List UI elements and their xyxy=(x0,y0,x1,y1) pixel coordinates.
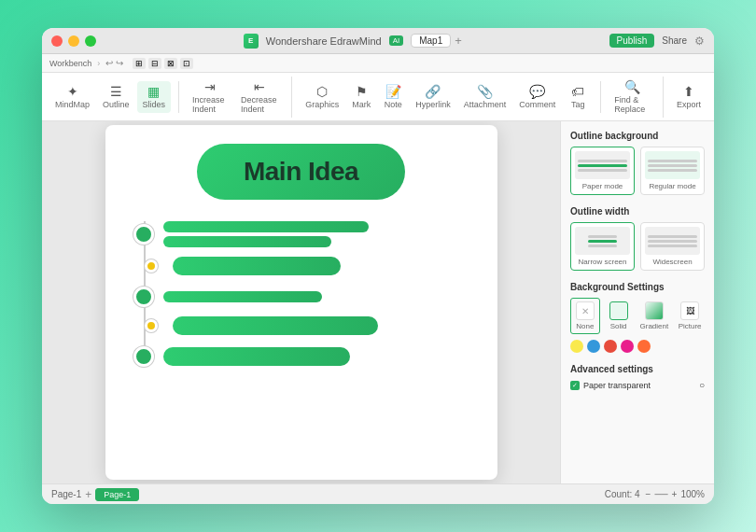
nav-controls: ↩ ↪ xyxy=(105,58,123,68)
format-controls: ⊞ ⊟ ⊠ ⊡ xyxy=(133,58,193,69)
bg-gradient-btn[interactable]: Gradient xyxy=(637,298,672,334)
narrow-screen-card[interactable]: Narrow screen xyxy=(570,222,635,271)
paper-transparent-toggle[interactable]: ○ xyxy=(699,380,705,390)
paper-mode-preview xyxy=(575,151,630,179)
item-1-bars xyxy=(163,221,469,247)
decrease-indent-tool[interactable]: ⇤ Decrease Indent xyxy=(235,77,284,118)
mark-tool[interactable]: ⚑ Mark xyxy=(346,81,376,113)
paper-mode-label: Paper mode xyxy=(575,182,630,190)
outline-background-section: Outline background Paper mode xyxy=(570,131,705,195)
format-btn-3[interactable]: ⊠ xyxy=(164,58,177,69)
undo-button[interactable]: ↩ xyxy=(105,58,113,68)
zoom-controls: − ── + 100% xyxy=(646,489,705,499)
narrow-lines xyxy=(588,229,618,253)
list-item[interactable] xyxy=(133,287,469,307)
outline-dot-4 xyxy=(145,319,158,332)
status-bar: Page-1 + Page-1 Count: 4 − ── + 100% xyxy=(42,483,714,504)
format-btn-4[interactable]: ⊡ xyxy=(180,58,193,69)
preview-line-3 xyxy=(578,169,627,172)
hyperlink-tool[interactable]: 🔗 Hyperlink xyxy=(410,81,456,113)
node-count-label: Count: 4 xyxy=(605,489,640,499)
preview-line-5 xyxy=(648,164,697,167)
wide-line-1 xyxy=(648,235,697,238)
settings-icon[interactable]: ⚙ xyxy=(694,35,705,48)
note-tool[interactable]: 📝 Note xyxy=(378,81,408,113)
color-yellow-swatch[interactable] xyxy=(570,340,583,353)
publish-button[interactable]: Publish xyxy=(609,34,655,48)
narrow-line-1 xyxy=(588,235,618,238)
export-group: ⬆ Export xyxy=(671,81,707,113)
status-left: Page-1 + Page-1 xyxy=(51,488,139,501)
zoom-in-button[interactable]: + xyxy=(672,489,678,499)
advanced-settings-title: Advanced settings xyxy=(570,364,705,374)
minimize-button[interactable] xyxy=(68,35,79,47)
main-idea-node[interactable]: Main Idea xyxy=(197,144,405,200)
maximize-button[interactable] xyxy=(85,35,96,47)
outline-tool[interactable]: ☰ Outline xyxy=(97,81,135,113)
increase-indent-icon: ⇥ xyxy=(204,80,216,93)
attachment-tool[interactable]: 📎 Attachment xyxy=(458,81,512,113)
workbench-link[interactable]: Workbench xyxy=(49,59,91,68)
paper-mode-card[interactable]: Paper mode xyxy=(570,147,635,195)
bg-solid-btn[interactable]: Solid xyxy=(604,298,634,334)
tag-tool[interactable]: 🏷 Tag xyxy=(563,81,593,113)
bg-none-btn[interactable]: ✕ None xyxy=(570,298,600,334)
outline-icon: ☰ xyxy=(110,85,122,98)
paper-transparent-checkbox[interactable]: ✓ xyxy=(570,381,580,390)
color-red-swatch[interactable] xyxy=(604,340,617,353)
increase-indent-tool[interactable]: ⇥ Increase Indent xyxy=(187,77,233,118)
comment-icon: 💬 xyxy=(529,85,545,98)
widescreen-card[interactable]: Widescreen xyxy=(640,222,705,271)
item-1-bar-2 xyxy=(163,236,331,247)
regular-mode-card[interactable]: Regular mode xyxy=(640,147,705,195)
page-indicator-label: Page-1 xyxy=(51,489,81,499)
list-item[interactable] xyxy=(133,221,469,247)
zoom-out-button[interactable]: − xyxy=(646,489,651,499)
bg-solid-icon xyxy=(609,301,628,320)
attachment-icon: 📎 xyxy=(477,85,493,98)
outline-width-title: Outline width xyxy=(570,206,705,217)
graphics-tool[interactable]: ⬡ Graphics xyxy=(300,81,344,113)
format-btn-2[interactable]: ⊟ xyxy=(148,58,161,69)
width-options: Narrow screen Widescreen xyxy=(570,222,705,271)
export-tool[interactable]: ⬆ Export xyxy=(671,81,707,113)
advanced-settings-section: Advanced settings ✓ Paper transparent ○ xyxy=(570,364,705,390)
close-button[interactable] xyxy=(51,35,63,47)
color-pink-swatch[interactable] xyxy=(621,340,634,353)
page-1-tab[interactable]: Page-1 xyxy=(95,488,139,501)
bg-settings-title: Background Settings xyxy=(570,282,705,292)
slides-tool[interactable]: ▦ Slides xyxy=(137,81,172,113)
bg-picture-btn[interactable]: 🖼 Picture xyxy=(675,298,705,334)
add-page-button[interactable]: + xyxy=(85,488,91,501)
color-orange-swatch[interactable] xyxy=(637,340,651,353)
mindmap-tool[interactable]: ✦ MindMap xyxy=(49,81,95,113)
comment-tool[interactable]: 💬 Comment xyxy=(513,81,561,113)
outline-content xyxy=(133,221,469,367)
app-name: Wondershare EdrawMind xyxy=(266,35,382,47)
right-panel: Outline background Paper mode xyxy=(560,121,714,483)
share-button[interactable]: Share xyxy=(662,35,687,46)
list-item[interactable] xyxy=(133,316,469,335)
outline-width-section: Outline width Narrow xyxy=(570,206,705,271)
zoom-slider[interactable]: ── xyxy=(654,489,667,499)
bg-gradient-icon xyxy=(645,301,664,320)
list-item[interactable] xyxy=(133,257,469,275)
canvas-area[interactable]: Main Idea xyxy=(42,121,560,483)
insert-group: ⬡ Graphics ⚑ Mark 📝 Note 🔗 Hyperlink 📎 A… xyxy=(300,81,601,113)
redo-button[interactable]: ↪ xyxy=(116,58,123,68)
find-replace-tool[interactable]: 🔍 Find & Replace xyxy=(609,77,655,118)
mode-options: Paper mode Regular mode xyxy=(570,147,705,195)
list-item[interactable] xyxy=(133,346,469,367)
view-mode-group: ✦ MindMap ☰ Outline ▦ Slides xyxy=(49,81,179,113)
color-swatches xyxy=(570,340,705,353)
format-btn-1[interactable]: ⊞ xyxy=(133,58,146,69)
preview-line-1 xyxy=(578,160,627,162)
find-replace-icon: 🔍 xyxy=(624,80,640,93)
graphics-icon: ⬡ xyxy=(316,85,328,98)
color-blue-swatch[interactable] xyxy=(587,340,600,353)
map-tab[interactable]: Map1 xyxy=(411,34,451,48)
mark-icon: ⚑ xyxy=(356,85,368,98)
title-bar-right: Publish Share ⚙ xyxy=(609,34,706,48)
add-tab-button[interactable]: + xyxy=(455,34,462,48)
regular-mode-label: Regular mode xyxy=(645,182,700,190)
